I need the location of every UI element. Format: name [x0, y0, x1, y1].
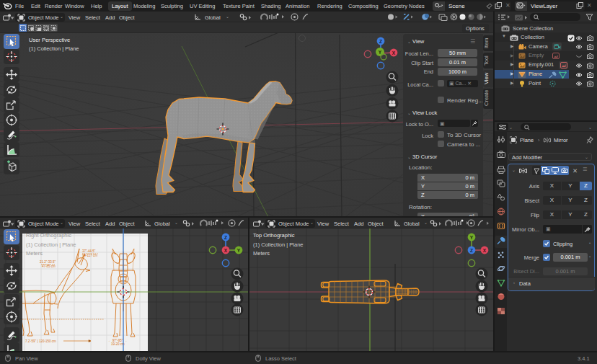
svg-text:Y: Y: [379, 50, 382, 55]
svg-text:21.2"-33.5": 21.2"-33.5": [40, 260, 56, 264]
svg-text:Y: Y: [470, 235, 474, 240]
svg-text:Z: Z: [379, 39, 382, 44]
svg-text:Z: Z: [470, 248, 473, 253]
svg-text:7.2'-59" | 120-150 cm: 7.2'-59" | 120-150 cm: [25, 339, 56, 343]
svg-text:X: X: [483, 248, 487, 253]
svg-text:47-85 cm: 47-85 cm: [42, 265, 56, 268]
svg-text:Y: Y: [237, 248, 241, 253]
svg-text:X: X: [392, 50, 396, 56]
svg-text:19-20 cm: 19-20 cm: [111, 342, 125, 346]
svg-text:Z: Z: [224, 235, 227, 240]
svg-text:X: X: [224, 248, 228, 253]
svg-text:94-117 cm: 94-117 cm: [82, 254, 97, 257]
svg-text:37"-44.5": 37"-44.5": [82, 249, 96, 253]
